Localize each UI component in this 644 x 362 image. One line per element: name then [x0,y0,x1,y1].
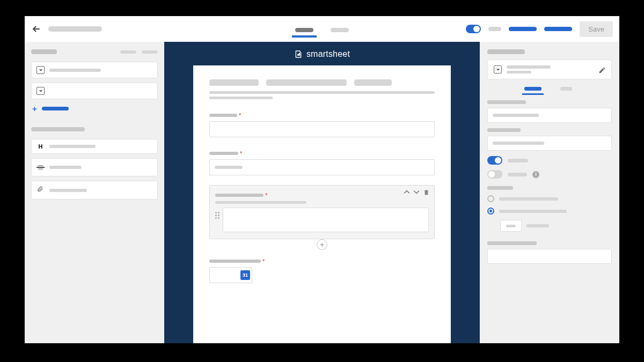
divider-icon [36,162,45,172]
brand-header: smartsheet [294,42,350,65]
calendar-icon[interactable]: 31 [240,270,250,280]
field-2-label [209,152,238,155]
back-arrow-icon[interactable] [31,24,42,34]
element-header[interactable]: H [31,139,158,154]
form-title-placeholder [48,26,102,32]
field-item-dropdown-1[interactable] [31,62,158,78]
view-tabs [292,28,352,38]
edit-icon[interactable] [598,67,606,76]
field-type-card[interactable] [487,60,612,79]
right-panel-title [487,49,525,54]
topbar-actions: Save [466,21,613,37]
form-field-2[interactable]: * [209,150,435,175]
tab-builder[interactable] [292,28,317,38]
plus-icon: + [31,105,38,112]
date-input[interactable]: 31 [209,267,252,283]
left-header-link-2[interactable] [142,50,158,54]
main-area: + H [25,42,619,343]
brand-name: smartsheet [306,49,350,59]
prop-input-3[interactable] [487,249,612,264]
save-button[interactable]: Save [580,21,613,37]
right-panel: i [480,42,619,343]
nested-option [500,220,612,232]
element-divider[interactable] [31,158,158,176]
form-preview: * * [193,65,451,343]
hidden-label [508,173,527,176]
required-asterisk: * [265,192,267,198]
left-panel-header [31,49,158,54]
tab-settings[interactable] [327,28,352,38]
move-down-icon[interactable] [413,189,420,195]
selected-field-label [215,194,264,197]
prop-input-2[interactable] [487,136,612,151]
date-field-label [209,260,261,263]
form-field-1[interactable]: * [209,112,435,137]
field-actions [404,189,430,196]
link-placeholder-1 [488,27,501,31]
dropdown-icon [36,66,45,74]
required-asterisk: * [239,112,241,119]
hidden-toggle[interactable] [487,170,502,179]
form-heading-1 [209,79,259,86]
info-icon[interactable]: i [532,171,539,178]
prop-label-1 [487,100,526,104]
left-panel: + H [25,42,164,343]
form-desc-line-2 [209,97,273,99]
required-label [508,159,528,162]
form-heading-3 [354,79,392,86]
prop-input-1[interactable] [487,108,612,123]
link-placeholder-3[interactable] [544,27,572,31]
add-field-button[interactable]: + [31,104,158,117]
validation-label [487,186,513,190]
required-toggle[interactable] [487,156,502,165]
form-field-date[interactable]: * 31 [209,258,435,283]
selected-field-block[interactable]: * [209,185,435,239]
add-field-below: + [209,239,435,250]
top-bar: Save [25,16,619,42]
prop-label-2 [487,128,521,132]
radio-checked-icon [487,208,494,215]
property-tabs [487,85,612,95]
field-1-input[interactable] [209,121,435,137]
left-header-link-1[interactable] [120,50,136,54]
delete-icon[interactable] [423,189,430,196]
header-icon: H [36,143,45,150]
form-desc-line-1 [209,91,435,94]
element-attachment[interactable] [31,181,158,200]
app-frame: Save [25,16,619,343]
dropdown-icon [494,65,502,73]
form-elements-label [31,127,85,131]
attachment-icon [36,185,45,195]
add-circle-button[interactable]: + [317,239,327,250]
move-up-icon[interactable] [404,189,410,195]
field-item-dropdown-2[interactable] [31,83,158,99]
form-heading-2 [266,79,347,86]
selected-field-help [215,201,306,204]
required-asterisk: * [240,150,242,157]
property-tab-1[interactable] [522,87,544,95]
field-2-input[interactable] [209,159,435,175]
form-canvas: smartsheet * [164,42,480,343]
link-placeholder-2[interactable] [509,27,537,31]
property-tab-2[interactable] [555,87,577,95]
radio-unchecked-icon [487,195,494,202]
drag-handle-icon[interactable] [215,212,219,219]
radio-option-2[interactable] [487,208,612,215]
radio-option-1[interactable] [487,195,612,202]
nested-input[interactable] [500,220,522,232]
field-2-placeholder [215,166,243,169]
smartsheet-logo-icon [294,50,303,58]
preview-toggle[interactable] [466,25,481,33]
selected-field-input[interactable] [223,208,429,232]
required-asterisk: * [262,258,265,264]
field-1-label [209,114,237,117]
dropdown-icon [36,87,45,95]
prop-label-3 [487,241,537,245]
